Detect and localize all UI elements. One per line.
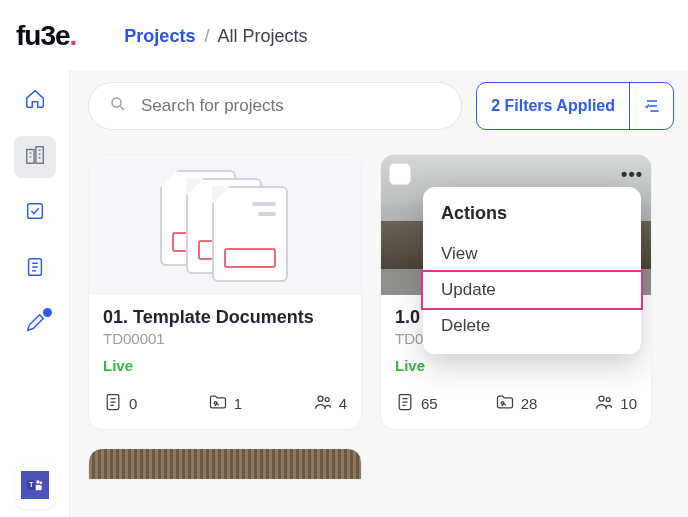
- breadcrumb-current: All Projects: [217, 26, 307, 46]
- svg-point-6: [36, 480, 39, 483]
- card-thumbnail: [89, 155, 361, 295]
- action-delete[interactable]: Delete: [423, 308, 641, 344]
- sidebar-item-home[interactable]: [14, 80, 56, 122]
- document-icon: [395, 392, 415, 415]
- actions-menu: Actions View Update Delete: [423, 187, 641, 354]
- breadcrumb: Projects / All Projects: [124, 26, 307, 47]
- svg-point-15: [599, 396, 604, 401]
- svg-point-7: [39, 481, 42, 484]
- breadcrumb-root[interactable]: Projects: [124, 26, 195, 46]
- action-view[interactable]: View: [423, 236, 641, 272]
- sidebar-item-tasks[interactable]: [14, 192, 56, 234]
- action-update[interactable]: Update: [423, 272, 641, 308]
- filters-button[interactable]: 2 Filters Applied: [476, 82, 674, 130]
- search-box[interactable]: [88, 82, 462, 130]
- main: 2 Filters Applied 01. Template Documents: [70, 70, 688, 517]
- card-status: Live: [103, 357, 347, 374]
- document-icon: [24, 256, 46, 282]
- card-actions-button[interactable]: •••: [621, 164, 643, 185]
- sidebar-item-docs[interactable]: [14, 248, 56, 290]
- search-icon: [109, 95, 127, 117]
- logo[interactable]: fu3e.: [16, 20, 76, 52]
- checkbox-icon: [24, 200, 46, 226]
- stat-folders: 28: [495, 392, 538, 415]
- svg-rect-1: [35, 147, 42, 164]
- filters-label: 2 Filters Applied: [491, 97, 615, 115]
- svg-rect-2: [27, 204, 42, 219]
- folder-icon: [495, 392, 515, 415]
- project-card[interactable]: 01. Template Documents TD00001 Live 0 1: [88, 154, 362, 430]
- svg-point-8: [112, 98, 121, 107]
- filters-icon: [629, 83, 673, 129]
- projects-grid: 01. Template Documents TD00001 Live 0 1: [88, 154, 674, 430]
- project-card[interactable]: ••• 1.0 TD00001 Live 65: [380, 154, 652, 430]
- search-input[interactable]: [141, 96, 441, 116]
- stat-people: 10: [594, 392, 637, 415]
- sidebar-item-projects[interactable]: [14, 136, 56, 178]
- pen-icon: [24, 312, 46, 338]
- actions-menu-title: Actions: [423, 201, 641, 236]
- people-icon: [313, 392, 333, 415]
- stat-docs: 65: [395, 392, 438, 415]
- document-icon: [103, 392, 123, 415]
- stat-people: 4: [313, 392, 347, 415]
- home-icon: [24, 88, 46, 114]
- sidebar: T: [0, 70, 70, 517]
- card-checkbox[interactable]: [389, 163, 411, 185]
- notification-dot-icon: [43, 308, 52, 317]
- sidebar-item-edit[interactable]: [14, 304, 56, 346]
- project-card[interactable]: [88, 448, 362, 480]
- svg-point-11: [318, 396, 323, 401]
- people-icon: [594, 392, 614, 415]
- toolbar: 2 Filters Applied: [88, 82, 674, 130]
- card-status: Live: [395, 357, 637, 374]
- stat-docs: 0: [103, 392, 137, 415]
- stat-folders: 1: [208, 392, 242, 415]
- folder-icon: [208, 392, 228, 415]
- topbar: fu3e. Projects / All Projects: [0, 0, 688, 70]
- svg-point-12: [325, 398, 329, 402]
- card-title: 01. Template Documents: [103, 307, 347, 328]
- sidebar-item-teams[interactable]: T: [15, 461, 55, 509]
- teams-icon: T: [21, 471, 49, 499]
- buildings-icon: [24, 144, 46, 170]
- card-code: TD00001: [103, 330, 347, 347]
- svg-point-16: [606, 398, 610, 402]
